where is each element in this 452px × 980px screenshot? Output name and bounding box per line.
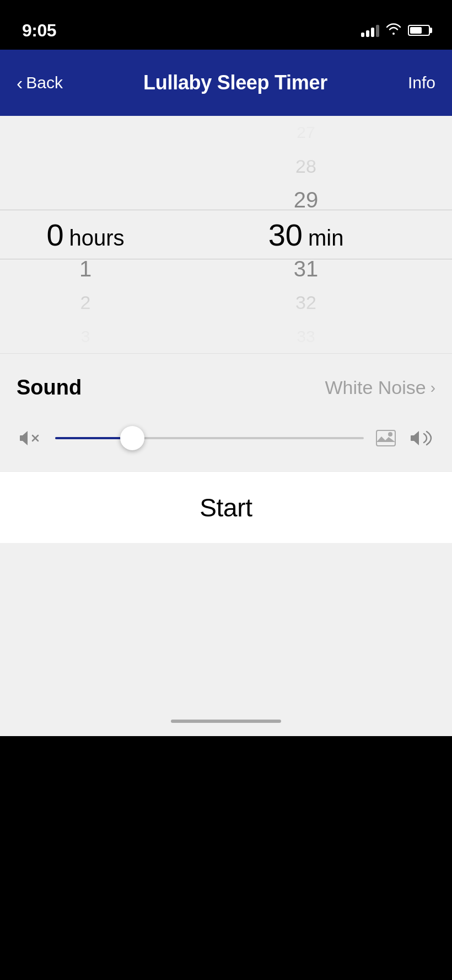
picker-item — [6, 150, 165, 183]
back-label: Back — [26, 73, 63, 92]
home-indicator — [171, 720, 281, 723]
bottom-area — [0, 543, 452, 736]
svg-marker-3 — [376, 436, 395, 442]
image-icon — [375, 429, 397, 447]
main-content: 0 hours 1 2 3 27 28 29 30 min — [0, 116, 452, 471]
nav-bar: ‹ Back Lullaby Sleep Timer Info — [0, 50, 452, 116]
picker-item — [6, 116, 165, 150]
hours-selected-item: 0 hours — [6, 217, 165, 253]
minutes-value: 30 — [268, 217, 303, 253]
picker-item: 29 — [165, 183, 446, 217]
picker-item — [6, 183, 165, 217]
svg-point-4 — [388, 432, 392, 436]
volume-loud-icon — [408, 427, 435, 449]
minutes-selected-item: 30 min — [165, 217, 446, 253]
picker-item: 33 — [165, 319, 446, 353]
slider-thumb[interactable] — [120, 426, 144, 450]
picker-item: 2 — [6, 286, 165, 319]
sound-label: Sound — [17, 376, 82, 400]
picker-item: 3 — [6, 319, 165, 353]
picker-item: 28 — [165, 150, 446, 183]
sound-section: Sound White Noise › — [0, 354, 452, 471]
phone-bottom-bar — [0, 736, 452, 775]
start-section: Start — [0, 471, 452, 543]
picker-item: 31 — [165, 253, 446, 286]
sound-chevron-icon: › — [431, 379, 435, 397]
status-time: 9:05 — [22, 20, 56, 41]
hours-picker-column[interactable]: 0 hours 1 2 3 — [0, 116, 165, 353]
volume-row — [17, 427, 435, 449]
info-button[interactable]: Info — [408, 73, 435, 92]
page-title: Lullaby Sleep Timer — [143, 71, 327, 94]
svg-rect-2 — [376, 430, 395, 446]
sound-selector[interactable]: White Noise › — [325, 377, 435, 398]
volume-slider[interactable] — [55, 427, 364, 449]
hours-label: hours — [69, 226, 125, 251]
battery-icon — [408, 25, 430, 36]
status-bar: 9:05 — [0, 0, 452, 50]
slider-track — [55, 437, 364, 439]
sound-value-text: White Noise — [325, 377, 426, 398]
minutes-picker-column[interactable]: 27 28 29 30 min 31 32 33 — [165, 116, 452, 353]
signal-bars-icon — [361, 24, 379, 37]
back-button[interactable]: ‹ Back — [17, 72, 63, 94]
wifi-icon — [386, 23, 401, 38]
start-button[interactable]: Start — [200, 493, 252, 523]
picker-item: 27 — [165, 116, 446, 150]
picker-inner: 0 hours 1 2 3 27 28 29 30 min — [0, 116, 452, 353]
volume-mute-icon — [17, 427, 44, 449]
minutes-label: min — [308, 226, 343, 251]
back-chevron-icon: ‹ — [17, 72, 23, 94]
sound-row: Sound White Noise › — [17, 376, 435, 400]
time-picker[interactable]: 0 hours 1 2 3 27 28 29 30 min — [0, 116, 452, 353]
picker-item: 32 — [165, 286, 446, 319]
hours-value: 0 — [46, 217, 63, 253]
picker-item: 1 — [6, 253, 165, 286]
status-icons — [361, 23, 430, 38]
